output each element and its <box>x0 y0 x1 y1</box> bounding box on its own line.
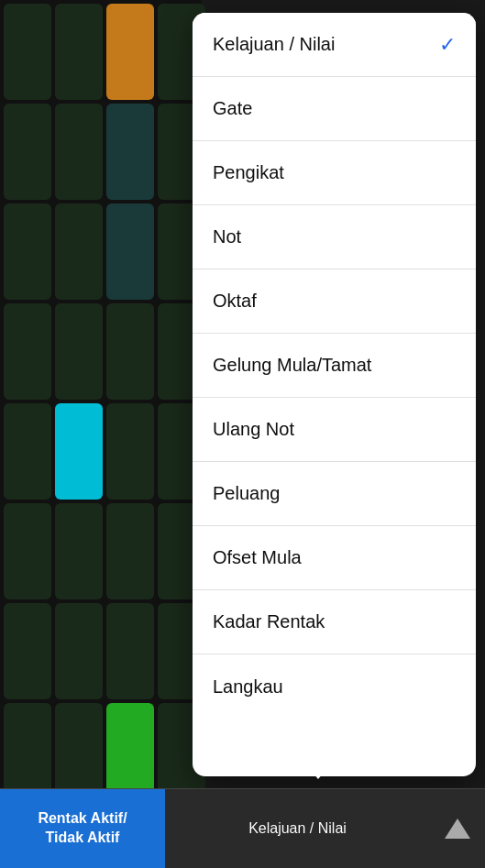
triangle-up-icon <box>445 819 470 839</box>
bottom-bar: Rentak Aktif/ Tidak Aktif Kelajuan / Nil… <box>0 788 485 868</box>
dropdown-item-3[interactable]: Not <box>193 205 476 269</box>
dropdown-item-label-2: Pengikat <box>213 162 284 183</box>
pad-29[interactable] <box>55 703 103 799</box>
pad-0[interactable] <box>4 4 51 100</box>
pad-14[interactable] <box>106 303 154 400</box>
dropdown-popup: Kelajuan / Nilai✓GatePengikatNotOktafGel… <box>193 13 476 776</box>
dropdown-item-7[interactable]: Peluang <box>193 462 476 526</box>
dropdown-item-6[interactable]: Ulang Not <box>193 398 476 462</box>
pad-5[interactable] <box>55 104 103 200</box>
rentak-aktif-label: Rentak Aktif/ Tidak Aktif <box>38 809 127 848</box>
dropdown-item-2[interactable]: Pengikat <box>193 141 476 205</box>
pad-16[interactable] <box>4 403 51 500</box>
dropdown-item-8[interactable]: Ofset Mula <box>193 526 476 590</box>
pad-26[interactable] <box>106 603 154 699</box>
pad-10[interactable] <box>106 203 154 300</box>
pad-18[interactable] <box>106 403 154 500</box>
pad-21[interactable] <box>55 503 103 599</box>
pad-28[interactable] <box>4 703 51 799</box>
dropdown-item-0[interactable]: Kelajuan / Nilai✓ <box>193 13 476 77</box>
pad-22[interactable] <box>106 503 154 599</box>
dropdown-item-1[interactable]: Gate <box>193 77 476 141</box>
checkmark-icon-0: ✓ <box>439 33 456 57</box>
pad-6[interactable] <box>106 104 154 200</box>
dropdown-item-label-7: Peluang <box>213 483 280 504</box>
pad-13[interactable] <box>55 303 103 400</box>
pad-12[interactable] <box>4 303 51 400</box>
dropdown-item-label-4: Oktaf <box>213 291 257 312</box>
dropdown-item-label-10: Langkau <box>213 676 283 698</box>
pad-20[interactable] <box>4 503 51 599</box>
rentak-aktif-button[interactable]: Rentak Aktif/ Tidak Aktif <box>0 789 165 869</box>
current-selection-label: Kelajuan / Nilai <box>165 820 430 837</box>
dropdown-item-label-0: Kelajuan / Nilai <box>213 34 335 55</box>
dropdown-item-label-1: Gate <box>213 98 252 119</box>
pad-grid <box>0 0 202 788</box>
pad-1[interactable] <box>55 4 103 100</box>
dropdown-item-4[interactable]: Oktaf <box>193 269 476 334</box>
dropdown-item-9[interactable]: Kadar Rentak <box>193 590 476 654</box>
pad-24[interactable] <box>4 603 51 699</box>
pad-17[interactable] <box>55 403 103 500</box>
dropdown-item-label-3: Not <box>213 226 241 247</box>
dropdown-item-label-5: Gelung Mula/Tamat <box>213 355 371 376</box>
pad-8[interactable] <box>4 203 51 300</box>
dropdown-item-10[interactable]: Langkau <box>193 654 476 719</box>
dropdown-item-label-6: Ulang Not <box>213 419 294 440</box>
popup-tail-icon <box>307 766 329 779</box>
dropdown-item-label-9: Kadar Rentak <box>213 611 325 632</box>
triangle-up-button[interactable] <box>430 789 485 869</box>
pad-2[interactable] <box>106 4 154 100</box>
pad-9[interactable] <box>55 203 103 300</box>
dropdown-item-5[interactable]: Gelung Mula/Tamat <box>193 334 476 398</box>
dropdown-item-label-8: Ofset Mula <box>213 547 302 568</box>
pad-25[interactable] <box>55 603 103 699</box>
pad-4[interactable] <box>4 104 51 200</box>
pad-30[interactable] <box>106 703 154 799</box>
